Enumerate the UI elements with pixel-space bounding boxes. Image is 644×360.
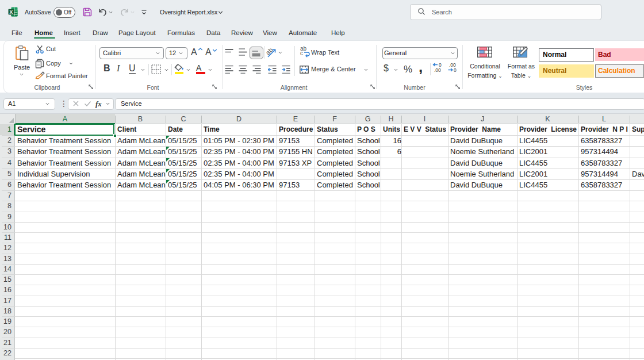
svg-text:.00: .00 xyxy=(434,67,441,72)
svg-text:0: 0 xyxy=(454,67,457,72)
svg-text:X: X xyxy=(10,9,13,15)
